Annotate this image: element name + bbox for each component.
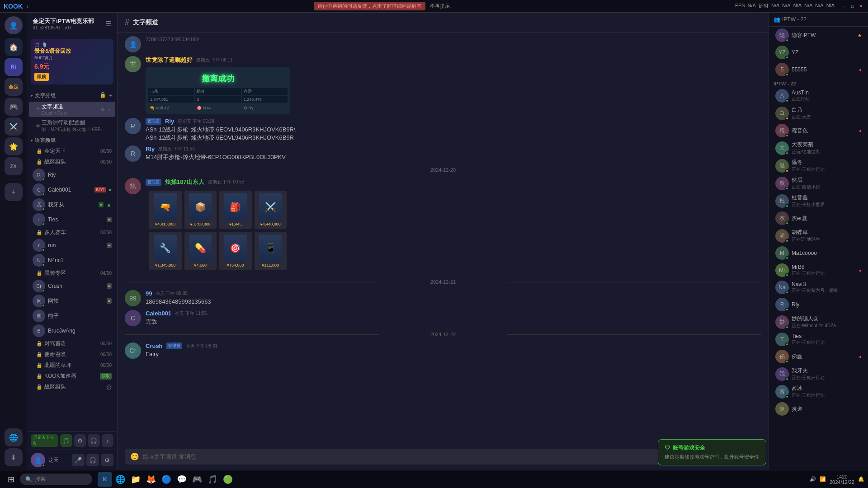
user-avatar[interactable]: 👤 — [5, 16, 23, 34]
voice-extra-btn[interactable]: ♪ — [102, 434, 114, 447]
right-member-iiptw[interactable]: 隐 隐客iPTW ★ — [771, 27, 866, 43]
member-ties[interactable]: T Ties ● — [29, 212, 115, 227]
channel-gold[interactable]: 🔒 金定天下 00/50 — [29, 146, 115, 156]
channel-item-text[interactable]: # 文字频道 Crush / Fairy ⚙ ＋ — [29, 102, 115, 117]
right-member-qianbing[interactable]: 茜 茜冰 正在·三角洲行动 — [771, 383, 866, 400]
settings-btn[interactable]: ⚙ — [101, 454, 113, 466]
right-member-yz[interactable]: YZ YZ — [771, 44, 866, 61]
sidebar-download-btn[interactable]: ⬇ — [5, 448, 23, 466]
taskbar-app-music[interactable]: 🎵 — [205, 472, 220, 487]
channel-settings-icon[interactable]: ⚙ — [100, 107, 105, 113]
right-member-daye[interactable]: 大 大夜菊菊 正玩·绝地世界 — [771, 140, 866, 156]
status-woya — [42, 207, 45, 211]
emoji-icon[interactable]: 😊 — [130, 452, 139, 461]
chat-input-placeholder[interactable]: 给 #文字频道 发消息 — [143, 453, 728, 461]
member-xiongzi[interactable]: 熊 熊子 — [29, 309, 115, 323]
right-member-diexin[interactable]: 俤 俤鑫 ● — [771, 348, 866, 365]
status-pianshen — [785, 325, 789, 329]
right-member-duyinxin[interactable]: 杜 杜音鑫 正在·长虹小世界 — [771, 192, 866, 209]
right-member-navib[interactable]: Na NaviB 正在·三角紫六号：臆疫 — [771, 279, 866, 296]
member-brucjwang[interactable]: B BrucJwAng — [29, 324, 115, 338]
right-member-55555[interactable]: 5 55555 ● — [771, 61, 866, 78]
sidebar-add-btn[interactable]: ＋ — [5, 183, 23, 201]
sidebar-icon-zx[interactable]: ZX — [5, 157, 23, 175]
taskbar-app-kook[interactable]: K — [98, 472, 112, 487]
voice-settings-btn[interactable]: ⚙ — [74, 434, 86, 447]
sidebar-icon-home[interactable]: 🏠 — [5, 38, 23, 56]
voice-section-header[interactable]: ▾ 语言频道 — [27, 135, 117, 145]
right-member-yandao[interactable]: 炎 炎道 — [771, 401, 866, 417]
channel-duoma[interactable]: 🔒 对骂窗语 00/50 — [29, 338, 115, 349]
taskbar-app-browser3[interactable]: 🔵 — [159, 472, 174, 487]
dot-badge-chengse: ● — [859, 128, 862, 133]
taskbar-notification-icon[interactable]: 🔔 — [858, 476, 864, 482]
right-member-rly-r[interactable]: R Rly — [771, 296, 866, 313]
right-member-austin[interactable]: A AusTIn 正在行动 — [771, 88, 866, 104]
right-member-chengse[interactable]: 程 程音色 ● — [771, 122, 866, 139]
channel-zhanqu[interactable]: 🔒 战区组队 00/50 — [29, 157, 115, 167]
member-run[interactable]: r run ● — [29, 238, 115, 253]
right-member-bainai[interactable]: 白 白乃 正在·天态 — [771, 105, 866, 122]
channel-kook[interactable]: 🔒 KOOK加速器 获取 — [29, 371, 115, 381]
sidebar-explore-btn[interactable]: 🌐 — [5, 428, 23, 446]
channel-add-icon[interactable]: ＋ — [107, 106, 112, 113]
channel-shiming[interactable]: 🔒 使命召唤 00/50 — [29, 349, 115, 360]
channel-car[interactable]: 🔒 多人赛车 02/50 — [29, 227, 115, 238]
sidebar-icon-server2[interactable]: 🎮 — [5, 98, 23, 116]
taskbar-app-msg[interactable]: 💬 — [175, 472, 189, 487]
member-woya[interactable]: 我 我牙从 ● ▲ — [29, 197, 115, 212]
member-n4nc1[interactable]: N N4nc1 — [29, 253, 115, 267]
close-btn[interactable]: ✕ — [857, 3, 864, 10]
taskbar-app-folder[interactable]: 📁 — [128, 472, 143, 487]
member-caleb[interactable]: C Caleb001 BOT ● — [29, 183, 115, 197]
channel-item-delta[interactable]: # 三角洲行动配置圈 附：M245步枪-烽火地带-6EP... — [29, 117, 115, 134]
right-status-bainai: 正在·天态 — [792, 114, 862, 120]
channel-blackride[interactable]: 🔒 黑骑专区 04/50 — [29, 268, 115, 278]
mic-toggle-btn[interactable]: 🎤 — [72, 454, 85, 466]
market-img-4: ⚔️ — [259, 193, 282, 221]
maximize-btn[interactable]: □ — [849, 3, 856, 10]
right-member-ranhou[interactable]: 然 然后 正在·微信小步 — [771, 175, 866, 192]
taskbar-app-browser2[interactable]: 🦊 — [144, 472, 158, 487]
text-section-header[interactable]: ▾ 文字分组 🔒 ＋ — [27, 90, 117, 101]
status-crush — [42, 289, 45, 292]
member-wangruan[interactable]: 网 网软 ● — [29, 294, 115, 308]
sidebar-icon-server3[interactable]: ⚔️ — [5, 117, 23, 136]
right-member-mrb8[interactable]: Mr MrB8 正在·三角洲行动 ● — [771, 262, 866, 278]
right-member-ma1c[interactable]: M Ma1coooo — [771, 245, 866, 261]
dismiss-btn[interactable]: 不再提示 — [430, 3, 450, 9]
channel-caoping[interactable]: 🔒 北疆的草坪 00/50 — [29, 360, 115, 371]
voice-headset-btn[interactable]: 🎧 — [88, 434, 100, 447]
right-member-jeerxin[interactable]: 杰 杰er鑫 — [771, 210, 866, 226]
right-avatar-chengse: 程 — [775, 124, 789, 137]
server-menu-btn[interactable]: ☰ — [105, 19, 112, 28]
sidebar-icon-server1[interactable]: 金定 — [5, 78, 23, 96]
sidebar-icon-server4[interactable]: 🌟 — [5, 137, 23, 155]
taskbar-search[interactable]: 🔍 搜索 — [20, 474, 92, 485]
kook-get-btn[interactable]: 获取 — [100, 373, 112, 380]
sidebar-icon-ri[interactable]: Ri — [5, 58, 23, 76]
msg-text-crush: Fairy — [146, 350, 761, 358]
voice-join-btn[interactable]: 🎵定天下公告 — [31, 434, 58, 447]
plus-icon[interactable]: ＋ — [108, 92, 113, 99]
taskbar-app-browser1[interactable]: 🌐 — [113, 472, 127, 487]
msg-author-rly1: Rly — [165, 118, 174, 125]
headset-toggle-btn[interactable]: 🎧 — [86, 454, 99, 466]
status-chengse — [785, 134, 789, 137]
ad-btn[interactable]: 限购 — [34, 73, 49, 81]
right-member-wendong[interactable]: 温 温冬 正在·三角洲行动 — [771, 157, 866, 174]
sidebar-bottom: 🌐 ⬇ — [5, 428, 23, 466]
minimize-btn[interactable]: ─ — [841, 3, 848, 10]
right-member-hudie[interactable]: 胡 胡蝶草 正在玩·地球生 — [771, 227, 866, 244]
taskbar-app-game1[interactable]: 🎮 — [190, 472, 204, 487]
stat-cell-6: 1,245,478 — [242, 96, 288, 103]
member-crush[interactable]: Cr Crush ● — [29, 279, 115, 293]
right-member-woyafu[interactable]: 我 我牙夫 正在·三角洲行动 — [771, 366, 866, 382]
member-rly[interactable]: R Rly — [29, 168, 115, 182]
voice-mic-btn[interactable]: 🎵 — [60, 434, 72, 447]
right-member-pianshen[interactable]: 妙 妙的骗人众 正在·Without YouIDZa... — [771, 314, 866, 330]
channel-zhanqu2[interactable]: 🔒 战区组队 ⏻ — [29, 382, 115, 392]
right-member-ties-r[interactable]: T Ties 正在·三角洲行动 — [771, 331, 866, 347]
taskbar-app-extra[interactable]: 🟢 — [221, 472, 235, 487]
start-button[interactable]: ⊞ — [4, 472, 18, 487]
